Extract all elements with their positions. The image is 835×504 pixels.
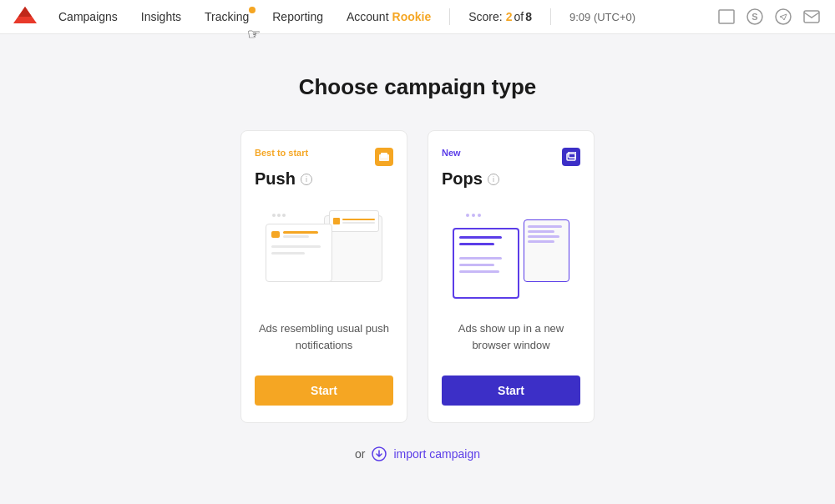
tracking-badge [249,7,256,13]
pops-title: Pops [442,169,483,189]
mail-icon[interactable] [802,7,822,27]
pops-lines [528,225,565,243]
pops-card: New Pops i [428,130,595,423]
import-row: or import campaign [355,446,480,461]
pops-title-row: Pops i [442,169,580,189]
push-s-line-1 [342,219,375,220]
svg-rect-8 [381,153,387,158]
push-card-icon [375,148,393,166]
score-of: of [514,10,524,23]
pops-line-1 [528,225,562,228]
svg-rect-6 [804,11,819,23]
nav-label-campaigns: Campaigns [58,10,118,23]
score-value: 2 [506,10,513,23]
push-notif-icon-sm [271,231,280,238]
pops-main-line-5 [459,270,499,273]
nav-label-tracking: Tracking [205,10,249,23]
push-title: Push [255,169,296,189]
svg-point-5 [776,9,791,24]
import-campaign-link[interactable]: import campaign [393,447,480,461]
navbar: Campaigns Insights Tracking Reporting Ac… [0,0,835,34]
nav-divider-time [550,8,551,25]
nav-item-account[interactable]: Account Rookie [335,0,443,34]
push-card: Best to start Push i [240,130,407,423]
pops-card-header: New [442,148,580,166]
push-badge-text: Best to start [255,148,308,158]
score-label: Score: [468,10,502,23]
skype-icon[interactable]: S [745,7,765,27]
score-total: 8 [525,10,532,23]
nav-item-campaigns[interactable]: Campaigns [47,0,129,34]
pops-main-line-2 [459,243,494,245]
svg-text:S: S [752,12,757,22]
push-main-card [266,224,332,282]
push-line-2 [283,235,309,238]
page-title: Choose campaign type [299,74,537,100]
push-s-line-2 [342,222,375,224]
pops-dot-2 [472,214,475,217]
nav-score: Score: 2 of 8 [457,0,544,34]
push-start-button[interactable]: Start [255,375,393,406]
push-info-icon[interactable]: i [301,174,312,185]
push-illustration [255,199,393,307]
import-or-label: or [355,447,365,461]
pops-info-icon[interactable]: i [488,174,499,185]
nav-label-account: Account [347,10,389,23]
push-dot-3 [282,214,286,217]
telegram-icon[interactable] [773,7,793,27]
nav-item-insights[interactable]: Insights [129,0,193,34]
push-notif-bar [271,231,326,238]
window-icon[interactable] [716,7,736,27]
nav-label-account-rank: Rookie [392,10,432,23]
svg-marker-1 [18,7,32,17]
pops-line-4 [528,240,554,243]
main-content: Choose campaign type Best to start Push … [0,34,835,461]
import-icon [372,446,387,461]
logo[interactable] [13,5,37,28]
pops-dot-3 [478,214,481,217]
pops-line-3 [528,235,559,238]
pops-start-button[interactable]: Start [442,375,580,406]
pops-description: Ads show up in a new browser window [442,320,580,360]
push-description: Ads resembling usual push notifications [255,320,393,360]
pops-dot-1 [466,214,469,217]
push-line-1 [283,231,318,234]
pops-badge-text: New [442,148,461,158]
nav-item-tracking[interactable]: Tracking [193,0,261,34]
nav-links: Campaigns Insights Tracking Reporting Ac… [47,0,716,34]
pops-main-line-1 [459,236,502,239]
push-s-icon [333,218,340,224]
nav-divider-score [449,8,450,25]
push-notif-lines [283,231,326,238]
pops-card-icon [562,148,580,166]
nav-time: 9:09 (UTC+0) [558,0,647,34]
pops-bg-window [524,219,569,282]
push-line-3 [271,245,321,248]
push-dot-2 [277,214,281,217]
pops-main-line-3 [459,257,502,260]
cards-row: Best to start Push i [240,130,595,423]
pops-line-2 [528,230,554,233]
pops-illustration [442,199,580,307]
nav-label-insights: Insights [141,10,181,23]
time-display: 9:09 (UTC+0) [569,11,635,23]
push-line-4 [271,252,305,255]
push-dot-1 [272,214,276,217]
push-title-row: Push i [255,169,393,189]
push-s-lines [342,219,375,224]
pops-main-line-4 [459,264,494,266]
nav-right-icons: S [716,7,822,27]
push-second-notif [329,210,379,232]
push-card-header: Best to start [255,148,393,166]
pops-main-window [453,228,519,299]
svg-rect-2 [719,10,734,23]
nav-label-reporting: Reporting [272,10,323,23]
nav-item-reporting[interactable]: Reporting [261,0,335,34]
